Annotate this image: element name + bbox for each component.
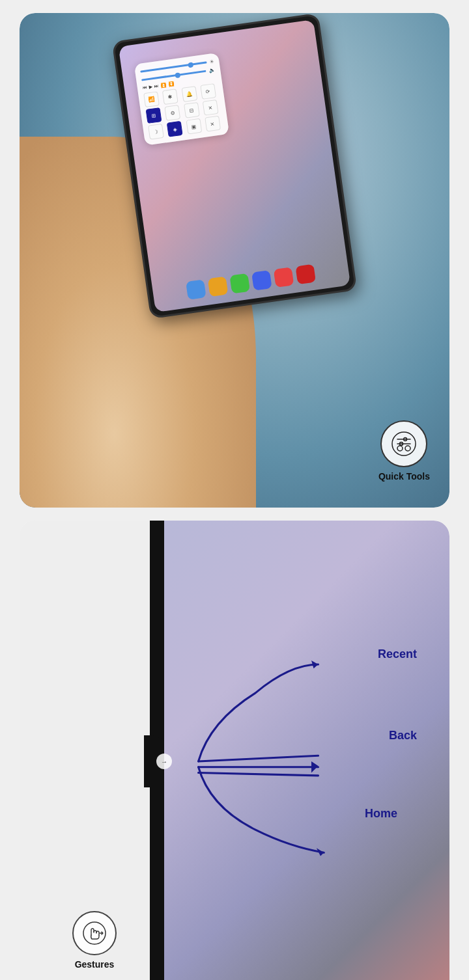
- tablet-edge: →: [150, 521, 164, 980]
- tablet-screen: ☀ 🔈 ⏮ ▶ ⏭: [119, 20, 350, 312]
- tablet-device: ☀ 🔈 ⏮ ▶ ⏭: [112, 13, 358, 319]
- next-icon: ⏭: [154, 83, 159, 89]
- gestures-label: Gestures: [75, 959, 115, 970]
- gestures-left-panel: Gestures: [20, 521, 150, 980]
- dock-icon-5: [274, 267, 294, 288]
- quicktools-icon: [391, 431, 417, 457]
- sound-icon: 🔔: [181, 86, 197, 102]
- quick-tools-panel: ☀ 🔈 ⏮ ▶ ⏭: [134, 53, 229, 146]
- dock-icon-3: [229, 273, 250, 294]
- rotate-icon: ⟳: [200, 83, 216, 100]
- wifi-icon: 📶: [143, 91, 160, 107]
- settings-icon: ⚙: [165, 105, 181, 121]
- app-dock: [186, 264, 316, 300]
- dock-icon-6: [295, 264, 316, 285]
- gestures-badge-circle: [72, 911, 117, 955]
- up-icon: ⏫: [160, 82, 167, 88]
- moon-icon: ☽: [148, 124, 164, 140]
- grid-icon: ⊟: [184, 102, 200, 118]
- brightness-icon: ☀: [209, 59, 214, 65]
- quicktools-label: Quick Tools: [378, 471, 430, 482]
- home-label: Home: [365, 807, 397, 821]
- gestures-badge: Gestures: [39, 911, 150, 970]
- quicktools-badge-circle: [380, 420, 427, 467]
- dock-icon-2: [208, 277, 229, 297]
- prev-icon: ⏮: [142, 85, 147, 91]
- play-icon: ▶: [149, 84, 152, 90]
- close-icon: ✕: [202, 100, 218, 116]
- bluetooth-icon: ✱: [162, 88, 178, 105]
- svg-point-5: [397, 446, 403, 451]
- gesture-curves-svg: [164, 521, 449, 980]
- task-icon: ◈: [167, 121, 183, 137]
- gestures-icon: [82, 921, 107, 946]
- volume-icon: 🔈: [208, 67, 216, 74]
- brightness-thumb: [188, 62, 194, 68]
- screenshot-icon: ⊞: [146, 107, 162, 124]
- swipe-arrow: →: [156, 754, 172, 769]
- back-label: Back: [389, 729, 417, 742]
- extra-icon: ▣: [186, 118, 202, 135]
- svg-point-6: [405, 446, 410, 451]
- gestures-right-panel: Recent Back Home: [164, 521, 449, 980]
- recent-label: Recent: [378, 647, 417, 661]
- quicktools-badge: Quick Tools: [378, 420, 430, 482]
- dock-icon-4: [251, 270, 272, 291]
- x-icon: ✕: [205, 116, 221, 132]
- arrow-icon: →: [161, 758, 167, 765]
- down-icon: ⏬: [168, 81, 175, 87]
- gestures-card: Gestures →: [20, 521, 449, 980]
- page-wrapper: ☀ 🔈 ⏮ ▶ ⏭: [0, 0, 469, 980]
- quicktools-card: ☀ 🔈 ⏮ ▶ ⏭: [20, 13, 449, 508]
- quicktools-image-area: ☀ 🔈 ⏮ ▶ ⏭: [20, 13, 449, 508]
- quick-icons-grid: 📶 ✱ 🔔 ⟳ ⊞ ⚙ ⊟ ✕ ☽ ◈ ▣ ✕: [143, 83, 223, 140]
- volume-thumb: [175, 72, 180, 78]
- dock-icon-1: [186, 279, 206, 300]
